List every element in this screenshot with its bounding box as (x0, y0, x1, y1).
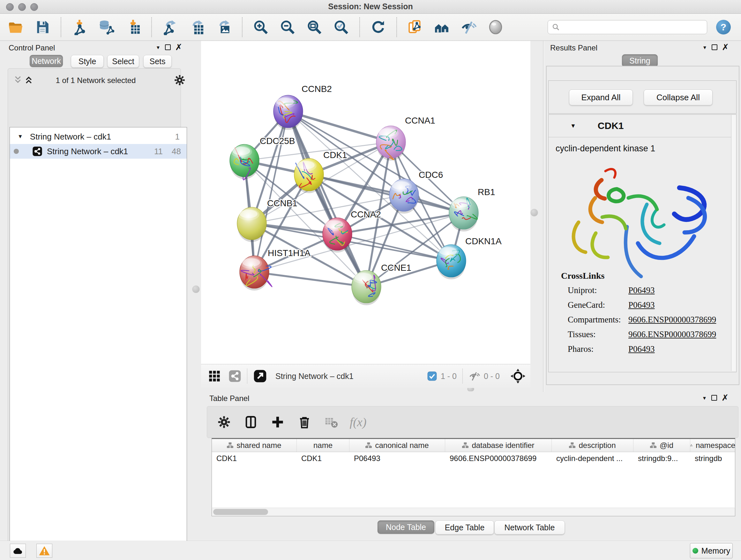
node-label-CCNE1: CCNE1 (381, 263, 411, 273)
network-node-CCNB2[interactable] (273, 95, 303, 128)
network-node-CDC6[interactable] (389, 179, 419, 211)
uniprot-link[interactable]: P06493 (628, 286, 655, 295)
left-splitter-handle[interactable] (192, 286, 200, 293)
tab-network-table[interactable]: Network Table (494, 520, 565, 535)
results-panel-collapse-icon[interactable]: ▼ (702, 45, 707, 50)
compartments-link[interactable]: 9606.ENSP00000378699 (628, 315, 716, 325)
help-button[interactable]: ? (716, 20, 731, 35)
results-panel-float-icon[interactable] (712, 44, 718, 50)
right-splitter-handle[interactable] (530, 209, 538, 216)
table-panel-close-icon[interactable]: ✗ (722, 395, 729, 401)
tab-node-table[interactable]: Node Table (378, 520, 434, 534)
results-panel-close-icon[interactable]: ✗ (722, 44, 729, 51)
pharos-link[interactable]: P06493 (628, 344, 655, 354)
column-header-canonical-name[interactable]: canonical name (349, 439, 445, 452)
status-bar: Memory (0, 541, 741, 560)
results-scrollbar[interactable] (731, 115, 736, 371)
node-label-CDK1: CDK1 (323, 150, 347, 160)
import-database-icon[interactable] (97, 18, 116, 37)
tab-string[interactable]: String (622, 54, 658, 67)
tab-edge-table[interactable]: Edge Table (435, 520, 494, 535)
memory-status-icon (692, 548, 698, 554)
import-table-icon[interactable] (124, 18, 142, 37)
scrollbar-thumb[interactable] (213, 509, 268, 515)
table-cell[interactable]: CDK1 (297, 452, 349, 465)
zoom-in-icon[interactable] (252, 18, 270, 37)
export-image-icon[interactable] (214, 18, 233, 37)
network-node-CCNA2[interactable] (323, 218, 352, 250)
birds-eye-grid-icon[interactable] (208, 370, 221, 382)
table-cell[interactable]: cyclin-dependent ... (552, 452, 633, 465)
network-node-CCNB1[interactable] (237, 207, 266, 240)
tab-select[interactable]: Select (107, 55, 139, 68)
tab-sets[interactable]: Sets (143, 55, 172, 68)
network-node-CDC25B[interactable] (230, 144, 259, 180)
tab-network[interactable]: Network (30, 55, 63, 67)
zoom-fit-icon[interactable] (305, 18, 324, 37)
control-panel-float-icon[interactable] (165, 44, 171, 50)
table-cell[interactable]: P06493 (349, 452, 445, 465)
control-panel-close-icon[interactable]: ✗ (175, 44, 183, 51)
network-node-RB1[interactable] (449, 197, 478, 229)
table-panel-collapse-icon[interactable]: ▼ (702, 395, 707, 401)
network-options-gear-icon[interactable] (174, 74, 186, 86)
hide-panels-icon[interactable] (460, 18, 478, 37)
refresh-view-icon[interactable] (369, 18, 387, 37)
add-column-plus-icon[interactable] (270, 414, 286, 430)
network-node-CDK1[interactable] (294, 159, 324, 191)
home-icon[interactable] (433, 18, 451, 37)
table-cell[interactable]: CDK1 (212, 452, 297, 465)
zoom-selected-icon[interactable] (332, 18, 350, 37)
save-session-icon[interactable] (33, 18, 52, 37)
show-all-icon[interactable] (486, 18, 505, 37)
copy-share-icon[interactable] (406, 18, 424, 37)
cloud-status-button[interactable] (10, 544, 26, 558)
column-header-database-identifier[interactable]: database identifier (445, 439, 552, 452)
open-in-new-window-icon[interactable] (253, 369, 267, 383)
table-settings-gear-icon[interactable] (216, 414, 232, 430)
tab-style[interactable]: Style (71, 55, 104, 68)
control-panel-collapse-icon[interactable]: ▼ (156, 45, 160, 50)
tree-expander-icon[interactable]: ▼ (17, 133, 23, 140)
table-cell[interactable]: 9606.ENSP00000378699 (445, 452, 552, 465)
collapse-all-button[interactable]: Collapse All (644, 89, 713, 105)
selected-nodes-checkbox-icon[interactable] (427, 371, 437, 381)
network-current-dot-icon (14, 149, 19, 154)
delete-column-trash-icon[interactable] (296, 414, 313, 430)
column-header-namespace[interactable]: namespace (690, 439, 735, 452)
fit-selected-crosshair-icon[interactable] (511, 369, 525, 383)
zoom-out-icon[interactable] (278, 18, 297, 37)
gene-section-expander-icon[interactable]: ▼ (570, 123, 576, 129)
import-network-icon[interactable] (70, 18, 89, 37)
column-header-description[interactable]: description (552, 439, 633, 452)
table-row[interactable]: CDK1CDK1P064939606.ENSP00000378699cyclin… (212, 452, 735, 465)
table-horizontal-scrollbar[interactable] (212, 508, 735, 516)
search-input[interactable] (548, 20, 707, 34)
memory-button[interactable]: Memory (690, 543, 733, 558)
table-cell[interactable]: stringdb (690, 452, 735, 465)
tissues-link[interactable]: 9606.ENSP00000378699 (628, 329, 716, 339)
network-node-CDKN1A[interactable] (436, 245, 466, 277)
column-header-shared-name[interactable]: shared name (212, 439, 297, 452)
gene-section-header[interactable]: ▼ CDK1 (549, 115, 736, 137)
node-label-CCNB1: CCNB1 (267, 198, 297, 208)
export-table-icon[interactable] (188, 18, 206, 37)
table-panel-float-icon[interactable] (711, 395, 717, 401)
expand-all-button[interactable]: Expand All (569, 89, 633, 105)
genecard-link[interactable]: P06493 (628, 300, 655, 310)
network-canvas[interactable]: CCNB2CCNA1CDC25BCDK1CDC6RB1CCNB1CCNA2CDK… (201, 41, 530, 364)
share-network-gray-icon[interactable] (228, 370, 241, 382)
select-columns-icon[interactable] (243, 414, 259, 430)
warnings-button[interactable] (37, 544, 52, 558)
column-header-name[interactable]: name (297, 439, 349, 452)
network-row-selected[interactable]: String Network – cdk1 11 48 (10, 144, 187, 159)
network-node-CCNE1[interactable] (352, 270, 381, 303)
column-header--id[interactable]: @id (633, 439, 690, 452)
string-network-graph[interactable]: CCNB2CCNA1CDC25BCDK1CDC6RB1CCNB1CCNA2CDK… (201, 41, 530, 364)
open-file-icon[interactable] (6, 18, 25, 37)
export-network-icon[interactable] (161, 18, 179, 37)
table-cell[interactable]: stringdb:9... (633, 452, 690, 465)
collapse-all-networks-icon[interactable] (13, 75, 22, 84)
network-node-HIST1H1A[interactable] (240, 256, 272, 288)
network-collection-row[interactable]: ▼ String Network – cdk1 1 (10, 129, 187, 144)
